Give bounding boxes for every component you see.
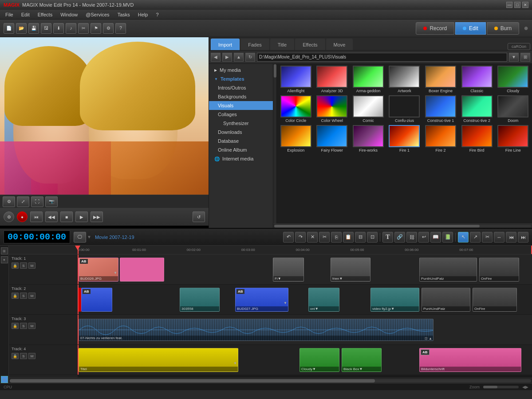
clip-punh[interactable]: PunhUndPatz — [422, 288, 470, 312]
media-item-artwork[interactable]: Artwork — [387, 66, 422, 94]
preview-zoom-icon[interactable]: ⤢ — [17, 196, 29, 207]
track-4-lock[interactable]: 🔒 — [12, 353, 19, 359]
minimize-button[interactable]: — — [506, 2, 512, 8]
media-item-comic[interactable]: Comic — [351, 95, 386, 123]
hscroll-thumb[interactable] — [274, 225, 480, 227]
media-item-fire-bird[interactable]: Fire Bird — [460, 125, 494, 153]
media-item-cloudy[interactable]: Cloudy — [496, 66, 530, 94]
media-item-construc-tive-2[interactable]: Construc-tive 2 — [460, 95, 494, 123]
track-3-solo[interactable]: S — [20, 323, 27, 329]
save-icon[interactable]: 💾 — [28, 23, 39, 34]
media-item-construc-tive-1[interactable]: Construc-tive 1 — [423, 95, 458, 123]
clip-titel[interactable]: Titel ▼ — [79, 348, 238, 372]
loop-button[interactable]: ↺ — [193, 211, 205, 222]
media-item-fire-2[interactable]: Fire 2 — [423, 125, 458, 153]
clip-bud027[interactable]: AB BUD027.JPG ▼ — [235, 288, 288, 312]
timecode-arrow[interactable]: ▼ — [87, 235, 91, 239]
clip-onl[interactable]: onl▼ — [308, 288, 339, 312]
media-item-fire-1[interactable]: Fire 1 — [387, 125, 422, 153]
menu-edit[interactable]: Edit — [18, 11, 33, 18]
skip-start-tl-button[interactable]: ⏮ — [506, 232, 516, 243]
track-2-mute[interactable]: M — [28, 293, 35, 299]
rewind-button[interactable]: ◀◀ — [45, 211, 58, 222]
clip-303558[interactable]: 303558 — [180, 288, 220, 312]
split-button[interactable]: ⊟ — [355, 232, 366, 243]
clip-bildunter[interactable]: AB Bildunterschrift — [419, 348, 521, 372]
media-item-doom[interactable]: Doom — [496, 95, 530, 123]
new-icon[interactable]: 📄 — [4, 23, 14, 34]
import-icon[interactable]: ⬇ — [53, 23, 64, 34]
trim-icon[interactable]: ✂ — [78, 23, 89, 34]
menu-help[interactable]: Help — [134, 11, 152, 18]
tab-import[interactable]: Import — [211, 39, 240, 50]
clip-ab[interactable]: AB — [81, 288, 112, 312]
audio-icon[interactable]: ♪ — [66, 23, 76, 34]
tab-effects[interactable]: Effects — [295, 39, 325, 50]
clip-onfire-1[interactable]: OnFire — [479, 258, 519, 282]
tab-move[interactable]: Move — [326, 39, 353, 50]
preview-fullscreen-icon[interactable]: ⛶ — [31, 196, 43, 207]
magnet-icon[interactable]: ✦ — [1, 256, 8, 263]
up-button[interactable]: ▲ — [234, 53, 244, 62]
close-button[interactable]: ✕ — [522, 2, 528, 8]
media-item-color-circle[interactable]: Color Circle — [279, 95, 313, 123]
preview-settings-icon[interactable]: ⚙ — [3, 196, 15, 207]
scrollbar-thumb[interactable] — [274, 64, 276, 78]
clip-onfire-2[interactable]: OnFire — [473, 288, 517, 312]
storyboard-icon[interactable]: ≡ — [1, 376, 8, 383]
maximize-button[interactable]: □ — [514, 2, 520, 8]
link-button[interactable]: 🔗 — [394, 232, 405, 243]
media-item-alienflight[interactable]: Alienflight — [279, 66, 313, 94]
grid-scrollbar[interactable] — [273, 64, 277, 223]
nav-downloads[interactable]: Downloads — [209, 128, 273, 137]
edit-button[interactable]: Edit — [455, 22, 486, 35]
zoom-arrows[interactable]: ◀▶ — [522, 385, 528, 389]
trim-button[interactable]: ⊡ — [367, 232, 378, 243]
skip-end-tl-button[interactable]: ⏭ — [518, 232, 528, 243]
slip-tool-button[interactable]: ↔ — [494, 232, 504, 243]
timeline-hscrollbar[interactable] — [9, 378, 532, 383]
nav-database[interactable]: Database — [209, 137, 273, 145]
delete-button[interactable]: ✕ — [307, 232, 318, 243]
media-item-color-wheel[interactable]: Color Wheel — [315, 95, 350, 123]
horizontal-scrollbar[interactable] — [273, 223, 532, 228]
refresh-button[interactable]: ↻ — [245, 53, 255, 62]
forward-button[interactable]: ▶ — [222, 53, 232, 62]
title-button[interactable]: T — [382, 232, 393, 243]
undo-button[interactable]: ↶ — [283, 232, 294, 243]
nav-intros[interactable]: Intros/Outros — [209, 83, 273, 92]
save-project-icon[interactable]: 🖫 — [41, 23, 51, 34]
monitor-icon[interactable]: 🖵 — [74, 232, 86, 243]
clip-pink-1[interactable] — [120, 258, 164, 282]
unlink-button[interactable]: ⛓ — [406, 232, 417, 243]
media-item-fire-works[interactable]: Fire-works — [351, 125, 386, 153]
media-item-arma-geddon[interactable]: Arma-geddon — [351, 66, 386, 94]
clip-fi[interactable]: Fi▼ — [273, 258, 304, 282]
track-2-solo[interactable]: S — [20, 293, 27, 299]
nav-templates[interactable]: ▼ Templates — [209, 74, 273, 83]
timeline-hscroll-thumb[interactable] — [10, 379, 375, 383]
playhead[interactable] — [78, 246, 79, 254]
preview-snapshot-icon[interactable]: 📷 — [45, 196, 58, 207]
track-4-solo[interactable]: S — [20, 353, 27, 359]
address-dropdown[interactable]: ▼ — [509, 53, 519, 62]
record-button[interactable]: Record — [416, 22, 454, 35]
clip-blackbox[interactable]: Black Box▼ — [342, 348, 382, 372]
cut-button[interactable]: ✂ — [319, 232, 330, 243]
track-1-solo[interactable]: S — [20, 262, 27, 269]
back-button[interactable]: ◀ — [211, 53, 221, 62]
preview-gear-icon[interactable]: ⚙ — [4, 211, 14, 222]
back-button[interactable]: ↩ — [418, 232, 429, 243]
pointer-tool-button[interactable]: ↗ — [470, 232, 481, 243]
nav-internet-media[interactable]: 🌐 Internet media — [209, 154, 273, 163]
menu-effects[interactable]: Effects — [34, 11, 56, 18]
zoom-slider-track[interactable] — [483, 386, 519, 388]
burn-button[interactable]: Burn — [487, 22, 519, 35]
chapter2-button[interactable]: 📗 — [442, 232, 453, 243]
media-item-explosion[interactable]: Explosion — [279, 125, 313, 153]
play-button[interactable]: ▶ — [75, 211, 88, 222]
media-item-fire-line[interactable]: Fire Line — [496, 125, 530, 153]
settings-icon[interactable]: ⚙ — [103, 23, 114, 34]
razor-tool-button[interactable]: ✂ — [482, 232, 493, 243]
cartoon-tab[interactable]: caROon — [508, 43, 530, 50]
